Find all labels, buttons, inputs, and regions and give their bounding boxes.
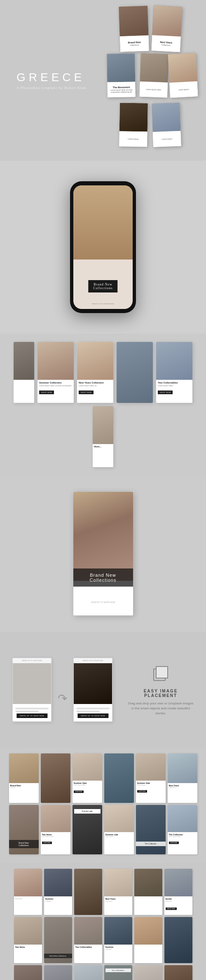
final-card: Featured Autumn collection bbox=[74, 965, 102, 980]
final-card: New Year bbox=[134, 965, 162, 980]
preview-bottom: New Years Collections bbox=[168, 783, 197, 790]
fc-photo bbox=[74, 869, 102, 915]
story-card-photo bbox=[156, 342, 192, 380]
preview-bottom: Brand New Summer bbox=[9, 783, 39, 790]
story-card-collectables: Two Collectables Lorem ipsum dolor SHOP … bbox=[156, 342, 192, 403]
final-card bbox=[164, 917, 192, 963]
phone-section: Brand New Collections SHOP AT TO SHOP NO… bbox=[0, 161, 206, 334]
preview-card: Summer sale Lorem ipsum bbox=[104, 805, 134, 854]
final-card: Summer Collection bbox=[104, 917, 132, 963]
final-section: Brand New Summer Collection New Years Co… bbox=[0, 863, 206, 980]
card-title: The Movement bbox=[112, 86, 130, 89]
preview-bottom: Summer sale Lorem ipsum bbox=[104, 832, 134, 839]
card-bottom: The Movement Lorem ipsum dolor sit amet … bbox=[107, 82, 136, 97]
story-card-photo bbox=[37, 342, 74, 380]
preview-card: New Years Collections bbox=[168, 753, 197, 803]
preview-sub: Lorem ipsum dolor bbox=[74, 784, 101, 786]
tall-story-section: Brand New Collections SHOP AT TO SHOP NO… bbox=[0, 475, 206, 632]
fc-sub: Collection bbox=[45, 900, 71, 902]
story-card-sub: Lorem ipsum dolor bbox=[158, 385, 191, 387]
placement-info: EASY IMAGE PLACEMENT Drag and drop your … bbox=[128, 663, 194, 716]
hero-card-5: Lorem ipsum bbox=[168, 53, 198, 98]
story-card-title: Summer Collection bbox=[39, 381, 72, 384]
fc-bottom: Two Items bbox=[14, 945, 42, 950]
story-card-title: New Years Collection bbox=[79, 381, 112, 384]
fc-photo bbox=[14, 917, 42, 945]
preview-btn[interactable]: SHOP NOW bbox=[74, 791, 84, 793]
final-card: Hustle Collection bbox=[164, 965, 192, 980]
final-card: Hustle bbox=[44, 965, 72, 980]
tall-card-footer: SHOP AT TO SHOP NOW bbox=[91, 601, 115, 603]
story-card-photo-only bbox=[117, 342, 153, 403]
overlay: Brand New Collections bbox=[44, 954, 72, 958]
placeholder-line bbox=[15, 711, 39, 712]
card-bottom: Brand New Collections bbox=[120, 35, 149, 52]
card-photo bbox=[119, 6, 148, 36]
preview-photo: Brand NewCollections bbox=[9, 805, 39, 854]
card-sub: Collections bbox=[130, 44, 139, 46]
final-card: Hustle Collection SHOP NOW bbox=[164, 869, 192, 915]
fc-sub: Collection bbox=[166, 900, 191, 902]
preview-photo bbox=[41, 753, 70, 803]
fc-sub: Collections bbox=[105, 900, 131, 902]
final-card bbox=[134, 869, 162, 915]
story-card-btn[interactable]: SHOP NOW bbox=[158, 391, 173, 394]
fc-btn[interactable]: SHOP NOW bbox=[166, 907, 177, 910]
fc-title: New Years bbox=[105, 898, 131, 900]
card-sub: Lorem ipsum dolor sit amet consectetur a… bbox=[108, 89, 135, 93]
placement-photo-area bbox=[74, 663, 112, 704]
preview-photo bbox=[168, 753, 197, 783]
story-card-title: Two Collectables bbox=[158, 381, 191, 384]
card-sub: Lorem ipsum dolor bbox=[146, 88, 161, 91]
preview-photo: Summer sale bbox=[73, 805, 102, 854]
fc-title: Summer bbox=[105, 946, 131, 948]
story-card-photo bbox=[117, 342, 153, 403]
placement-btn[interactable]: SWIPE UP TO SHOP NOW bbox=[16, 713, 47, 718]
tall-card-photo bbox=[73, 492, 133, 581]
hero-card-6: Lorem ipsum bbox=[119, 103, 148, 147]
card-sub: Lorem ipsum bbox=[128, 138, 138, 140]
preview-btn[interactable]: SHOP NOW bbox=[42, 842, 52, 844]
card-bottom: Lorem ipsum dolor bbox=[139, 82, 168, 98]
preview-row-2: Brand NewCollections Two Items Lorem ips… bbox=[4, 805, 202, 854]
preview-photo bbox=[136, 753, 166, 781]
story-card-btn[interactable]: SHOP NOW bbox=[39, 391, 54, 394]
final-card: Two Collectables bbox=[74, 917, 102, 963]
preview-photo bbox=[9, 753, 39, 783]
fc-sub: Brand New bbox=[15, 898, 41, 900]
phone-screen-footer: SHOP AT TO SHOP NOW bbox=[73, 303, 133, 305]
placeholder-line bbox=[15, 708, 49, 709]
fc-photo bbox=[164, 917, 192, 963]
fc-photo bbox=[134, 869, 162, 896]
placeholder-line bbox=[76, 708, 110, 709]
phone-screen-label: Brand New Collections bbox=[88, 280, 117, 292]
card-photo bbox=[152, 5, 183, 36]
story-card-btn[interactable]: SHOP NOW bbox=[79, 391, 94, 394]
placement-btn[interactable]: SWIPE UP TO SHOP NOW bbox=[77, 713, 108, 718]
tall-card-overlay: Brand New Collections bbox=[73, 568, 133, 587]
placement-card-2: SWIPE UP TO SHOP NOW SWIPE UP TO SHOP NO… bbox=[73, 658, 112, 722]
story-card-newyears: New Years Collection Lorem ipsum dolor s… bbox=[77, 342, 113, 403]
fc-bottom bbox=[134, 945, 162, 947]
hero-card-4: Lorem ipsum dolor bbox=[139, 53, 169, 98]
fc-photo bbox=[134, 965, 162, 980]
phone-mockup: Brand New Collections SHOP AT TO SHOP NO… bbox=[70, 181, 136, 313]
preview-photo bbox=[41, 805, 70, 832]
fc-photo bbox=[44, 869, 72, 896]
fc-bottom: Hustle Collection SHOP NOW bbox=[164, 896, 192, 912]
card-sub: Collections bbox=[162, 44, 171, 46]
preview-btn[interactable]: SHOP NOW bbox=[169, 842, 179, 844]
placement-cards: SWIPE UP TO SHOP NOW SWIPE UP TO SHOP NO… bbox=[12, 658, 112, 722]
phone-notch bbox=[95, 181, 111, 184]
hero-card-7: Lorem ipsum bbox=[152, 103, 181, 147]
fc-photo bbox=[14, 965, 42, 980]
hero-section: GREECE A Photoshop template by Ruben Sto… bbox=[0, 0, 206, 161]
card-bottom: Lorem ipsum bbox=[119, 131, 147, 147]
fc-title: Two Collectables bbox=[75, 946, 101, 948]
preview-card: Summer sale bbox=[73, 805, 102, 854]
preview-btn[interactable]: SHOP NOW bbox=[137, 790, 147, 793]
preview-section: Brand New Summer Summer Sale Lorem ipsum… bbox=[0, 747, 206, 863]
preview-card: Two Items Lorem ipsum dolor SHOP NOW bbox=[41, 805, 70, 854]
preview-sub: Collections bbox=[169, 787, 196, 788]
fc-photo bbox=[74, 965, 102, 980]
